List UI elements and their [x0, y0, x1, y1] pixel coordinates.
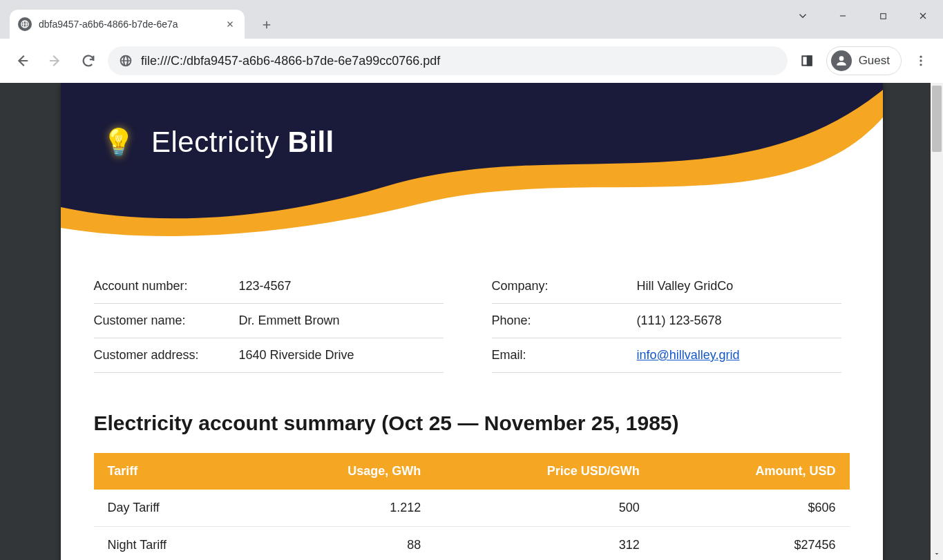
cell-price: 312	[435, 527, 654, 561]
scrollbar[interactable]	[931, 83, 943, 560]
forward-button[interactable]	[41, 47, 69, 75]
cell-amount: $606	[654, 490, 850, 527]
reload-button[interactable]	[75, 47, 102, 75]
browser-tab[interactable]: dbfa9457-a6b6-4866-b7de-6e7a	[10, 10, 245, 39]
profile-label: Guest	[859, 54, 890, 68]
bill-header: 💡 Electricity Bill	[61, 83, 883, 242]
summary-section: Electricity account summary (Oct 25 — No…	[61, 373, 883, 560]
svg-rect-0	[880, 13, 886, 19]
cell-price: 500	[435, 490, 654, 527]
title-bold: Bill	[287, 126, 334, 158]
customer-name-value: Dr. Emmett Brown	[239, 313, 444, 328]
info-row: Email: info@hillvalley.grid	[492, 338, 841, 373]
summary-title: Electricity account summary (Oct 25 — No…	[94, 412, 850, 435]
tab-bar: dbfa9457-a6b6-4866-b7de-6e7a	[0, 0, 943, 39]
col-usage: Usage, GWh	[251, 453, 435, 490]
scroll-down-icon[interactable]	[931, 548, 943, 560]
cell-usage: 1.212	[251, 490, 435, 527]
col-amount: Amount, USD	[654, 453, 850, 490]
scroll-thumb[interactable]	[932, 86, 942, 152]
table-row: Day Tariff 1.212 500 $606	[94, 490, 850, 527]
info-row: Customer name: Dr. Emmett Brown	[94, 304, 444, 338]
customer-address-label: Customer address:	[94, 348, 239, 363]
customer-column: Account number: 123-4567 Customer name: …	[94, 269, 444, 373]
phone-label: Phone:	[492, 313, 637, 328]
maximize-button[interactable]	[863, 0, 903, 32]
tab-title: dbfa9457-a6b6-4866-b7de-6e7a	[39, 19, 217, 30]
customer-name-label: Customer name:	[94, 313, 239, 328]
lightbulb-icon: 💡	[102, 127, 135, 157]
back-button[interactable]	[8, 47, 36, 75]
info-row: Company: Hill Valley GridCo	[492, 269, 841, 304]
globe-icon	[18, 17, 32, 31]
phone-value: (111) 123-5678	[637, 313, 841, 328]
account-number-label: Account number:	[94, 279, 239, 293]
account-number-value: 123-4567	[239, 279, 444, 293]
svg-point-4	[920, 59, 922, 61]
svg-point-5	[920, 64, 922, 66]
company-column: Company: Hill Valley GridCo Phone: (111)…	[492, 269, 841, 373]
menu-button[interactable]	[907, 47, 935, 75]
cell-usage: 88	[251, 527, 435, 561]
info-row: Customer address: 1640 Riverside Drive	[94, 338, 444, 373]
close-tab-icon[interactable]	[224, 18, 236, 30]
cell-tariff: Day Tariff	[94, 490, 251, 527]
minimize-button[interactable]	[823, 0, 863, 32]
email-label: Email:	[492, 348, 637, 363]
side-panel-icon[interactable]	[793, 47, 821, 75]
col-price: Price USD/GWh	[435, 453, 654, 490]
address-bar[interactable]: file:///C:/dbfa9457-a6b6-4866-b7de-6e7a9…	[108, 46, 788, 75]
company-value: Hill Valley GridCo	[637, 279, 841, 293]
table-row: Night Tariff 88 312 $27456	[94, 527, 850, 561]
email-link[interactable]: info@hillvalley.grid	[637, 348, 740, 362]
globe-icon	[119, 54, 133, 68]
profile-chip[interactable]: Guest	[826, 46, 902, 75]
info-row: Phone: (111) 123-5678	[492, 304, 841, 338]
cell-tariff: Night Tariff	[94, 527, 251, 561]
cell-amount: $27456	[654, 527, 850, 561]
url-text: file:///C:/dbfa9457-a6b6-4866-b7de-6e7a9…	[141, 54, 440, 68]
browser-chrome: dbfa9457-a6b6-4866-b7de-6e7a	[0, 0, 943, 83]
svg-rect-2	[807, 56, 811, 65]
browser-toolbar: file:///C:/dbfa9457-a6b6-4866-b7de-6e7a9…	[0, 39, 943, 83]
col-tariff: Tariff	[94, 453, 251, 490]
pdf-viewer: 💡 Electricity Bill Account number: 123-4…	[0, 83, 943, 560]
customer-address-value: 1640 Riverside Drive	[239, 348, 444, 363]
avatar-icon	[831, 50, 852, 71]
info-row: Account number: 123-4567	[94, 269, 444, 304]
svg-point-3	[920, 56, 922, 58]
window-controls	[783, 0, 943, 32]
new-tab-button[interactable]	[256, 14, 278, 36]
pdf-page: 💡 Electricity Bill Account number: 123-4…	[61, 83, 883, 560]
close-window-button[interactable]	[903, 0, 943, 32]
tariff-table: Tariff Usage, GWh Price USD/GWh Amount, …	[94, 453, 850, 560]
title-light: Electricity	[151, 126, 279, 158]
caret-down-icon[interactable]	[783, 0, 823, 32]
company-label: Company:	[492, 279, 637, 293]
